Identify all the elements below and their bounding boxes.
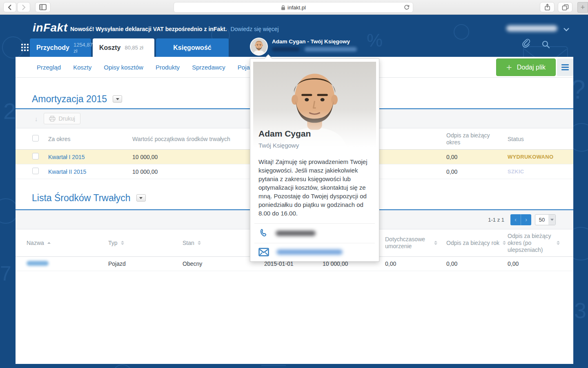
tab-label: Księgowość bbox=[173, 44, 211, 52]
status-badge: SZKIC bbox=[508, 168, 573, 175]
email-icon bbox=[258, 248, 269, 256]
accountant-photo: Adam Cygan Twój Księgowy bbox=[253, 62, 376, 153]
reload-icon bbox=[403, 4, 410, 11]
period-link[interactable]: Kwartał II 2015 bbox=[48, 168, 132, 175]
col-umorzenie[interactable]: Dotychczasowe umorzenie bbox=[385, 236, 446, 250]
writeoff-value: 0,00 bbox=[446, 168, 508, 175]
pagination-range: 1-1 z 1 bbox=[488, 217, 504, 223]
period-link[interactable]: Kwartał I 2015 bbox=[48, 154, 132, 160]
select-all-checkbox[interactable] bbox=[32, 135, 39, 141]
phone-icon bbox=[258, 228, 268, 238]
svg-text:3: 3 bbox=[574, 298, 586, 323]
browser-tabs-button[interactable] bbox=[558, 2, 572, 12]
popup-phone-blurred[interactable] bbox=[276, 231, 316, 236]
download-icon[interactable]: ↓ bbox=[35, 115, 38, 122]
svg-text:2: 2 bbox=[3, 98, 16, 124]
main-tabs: Przychody 1254,87 zł Koszty 80,85 zł Ksi… bbox=[30, 38, 229, 57]
writeoff-value: 0,00 bbox=[446, 154, 508, 160]
subnav-sprzedawcy[interactable]: Sprzedawcy bbox=[192, 64, 225, 71]
lock-icon bbox=[281, 5, 285, 10]
pagination-prev-button[interactable]: ‹ bbox=[510, 214, 521, 225]
col-nazwa[interactable]: Nazwa bbox=[27, 240, 108, 246]
col-status: Status bbox=[508, 136, 573, 142]
hamburger-menu-button[interactable] bbox=[557, 58, 573, 76]
add-file-button[interactable]: + Dodaj plik bbox=[496, 58, 556, 76]
back-icon bbox=[7, 4, 12, 10]
url-text: infakt.pl bbox=[287, 4, 306, 11]
browser-back-button[interactable] bbox=[3, 2, 16, 12]
sidebar-icon bbox=[39, 4, 47, 10]
address-bar[interactable]: infakt.pl bbox=[174, 2, 413, 13]
user-menu-chevron[interactable] bbox=[564, 26, 569, 33]
hamburger-icon bbox=[561, 64, 569, 65]
page-size-value: 50 bbox=[535, 215, 548, 225]
tab-label: Przychody bbox=[36, 44, 69, 52]
sort-icon bbox=[503, 241, 506, 245]
apps-grid-icon[interactable] bbox=[21, 44, 29, 51]
attachments-button[interactable] bbox=[522, 38, 532, 51]
search-button[interactable] bbox=[541, 40, 550, 51]
accountant-email-blurred[interactable] bbox=[305, 47, 357, 52]
popup-email-blurred[interactable] bbox=[276, 249, 343, 255]
subnav-produkty[interactable]: Produkty bbox=[156, 64, 180, 71]
subnav-opisy-kosztow[interactable]: Opisy kosztów bbox=[104, 64, 143, 71]
tab-koszty-active[interactable]: Koszty 80,85 zł bbox=[93, 38, 154, 57]
print-button[interactable]: Drukuj bbox=[44, 113, 80, 124]
popup-accountant-role: Twój Księgowy bbox=[258, 142, 299, 149]
tabs-overview-icon bbox=[562, 4, 569, 11]
page-size-select[interactable]: 50 bbox=[535, 214, 556, 225]
share-icon bbox=[544, 4, 550, 11]
caret-down-icon bbox=[139, 197, 143, 199]
plus-icon: + bbox=[581, 3, 585, 12]
asset-name-blurred[interactable] bbox=[27, 261, 49, 266]
infakt-logo[interactable]: inFakt bbox=[33, 21, 67, 34]
tab-przychody[interactable]: Przychody 1254,87 zł bbox=[30, 38, 91, 57]
tab-amount: 80,85 zł bbox=[125, 45, 143, 51]
plus-icon: + bbox=[506, 63, 512, 72]
chevron-down-icon bbox=[564, 28, 569, 31]
infakt-app: ? 2 3 7 % ? inFakt Nowość! Wysyłanie dek… bbox=[0, 15, 588, 368]
logged-user-name-blurred[interactable] bbox=[506, 25, 557, 31]
col-odpis-okres-ulepszenia[interactable]: Odpis za bieżący okres (po ulepszeniach) bbox=[508, 233, 573, 254]
col-typ[interactable]: Typ bbox=[108, 240, 183, 246]
asset-writeoff-year: 0,00 bbox=[446, 260, 508, 267]
popup-email-row bbox=[250, 243, 379, 261]
accountant-popup: Adam Cygan Twój Księgowy Witaj! Zajmuję … bbox=[250, 58, 379, 262]
status-badge: WYDRUKOWANO bbox=[508, 154, 573, 160]
assets-dropdown-button[interactable] bbox=[136, 194, 146, 202]
sort-asc-icon bbox=[47, 242, 51, 244]
browser-sidebar-button[interactable] bbox=[35, 2, 51, 12]
subnav-koszty[interactable]: Koszty bbox=[73, 64, 91, 71]
reload-button[interactable] bbox=[403, 4, 410, 12]
tab-label: Koszty bbox=[99, 44, 120, 52]
sort-icon bbox=[434, 241, 437, 245]
browser-forward-button[interactable] bbox=[17, 2, 30, 12]
accountant-phone-blurred bbox=[272, 47, 300, 52]
popup-accountant-name: Adam Cygan bbox=[258, 129, 311, 139]
col-odpis-rok[interactable]: Odpis za bieżący rok bbox=[446, 240, 508, 246]
browser-new-tab-button[interactable]: + bbox=[577, 2, 588, 13]
notice-text: Nowość! Wysyłanie deklaracji VAT bezpośr… bbox=[70, 26, 227, 32]
sort-icon bbox=[198, 241, 201, 245]
subnav-przeglad[interactable]: Przegląd bbox=[37, 64, 61, 71]
print-label: Drukuj bbox=[59, 115, 75, 122]
avatar-photo bbox=[251, 38, 267, 55]
svg-text:%: % bbox=[367, 30, 383, 50]
pagination-next-button[interactable]: › bbox=[521, 214, 531, 225]
row-checkbox[interactable] bbox=[32, 153, 39, 159]
vat-notice: Nowość! Wysyłanie deklaracji VAT bezpośr… bbox=[70, 26, 279, 32]
browser-share-button[interactable] bbox=[540, 2, 555, 12]
accountant-description: Witaj! Zajmuję się prowadzeniem Twojej k… bbox=[250, 153, 379, 223]
accountant-header-info: Adam Cygan - Twój Księgowy bbox=[250, 38, 357, 56]
notice-link[interactable]: Dowiedz się więcej bbox=[230, 26, 278, 32]
svg-text:7: 7 bbox=[0, 262, 11, 285]
assets-title: Lista Środków Trwałych bbox=[32, 193, 131, 204]
add-file-label: Dodaj plik bbox=[517, 64, 546, 71]
accountant-avatar[interactable] bbox=[250, 38, 268, 56]
amortization-dropdown-button[interactable] bbox=[113, 95, 122, 103]
row-checkbox[interactable] bbox=[32, 168, 39, 174]
asset-type: Pojazd bbox=[108, 260, 183, 267]
tab-ksiegowosc[interactable]: Księgowość bbox=[156, 38, 229, 57]
asset-writeoff-period: 0,00 bbox=[508, 260, 573, 267]
forward-icon bbox=[21, 4, 26, 10]
